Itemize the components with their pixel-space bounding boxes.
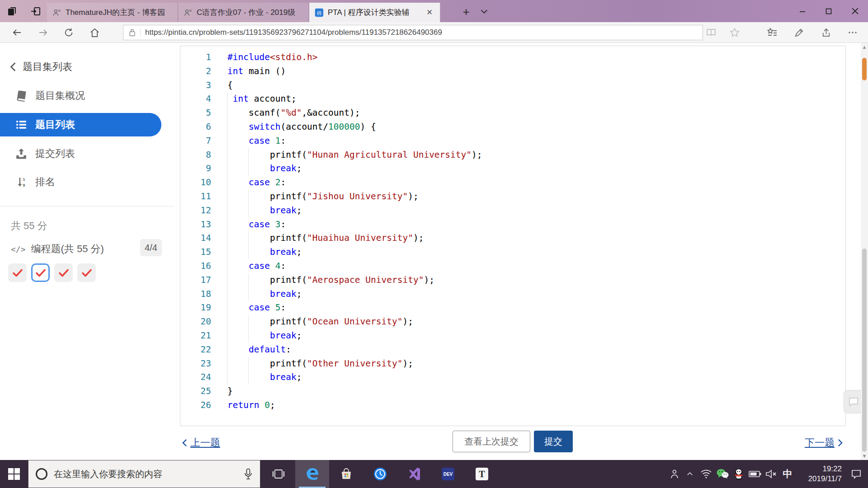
taskbar-dev-cpp-icon[interactable]: DEV — [431, 460, 465, 488]
line-number: 1 — [180, 51, 211, 65]
https-lock-icon — [129, 28, 136, 37]
line-content: case 1: — [211, 134, 286, 148]
qq-icon[interactable] — [731, 460, 747, 488]
code-line-14: 14 printf("Huaihua University"); — [180, 231, 845, 245]
start-button[interactable] — [0, 460, 28, 488]
line-number: 12 — [180, 204, 211, 218]
home-icon[interactable] — [87, 26, 102, 39]
hidden-icons-chevron-icon[interactable] — [682, 460, 698, 488]
taskbar-t-app-icon[interactable]: T — [465, 460, 499, 488]
sidebar-item-1[interactable]: 题目集概况 — [0, 84, 174, 108]
line-number: 7 — [180, 134, 211, 148]
address-bar[interactable]: https://pintia.cn/problem-sets/119135692… — [123, 25, 703, 40]
line-number: 9 — [180, 162, 211, 176]
taskbar-blue-circle-app-icon[interactable] — [363, 460, 397, 488]
line-content: case 3: — [211, 218, 286, 232]
forward-icon[interactable] — [35, 26, 51, 39]
pta-logo-icon: ⟨/⟩ — [315, 8, 324, 17]
line-number: 25 — [180, 385, 211, 399]
sidebar: 题目集列表 题目集概况题目列表提交列表19排名 共 55 分 </> 编程题(共… — [0, 43, 174, 460]
wifi-icon[interactable] — [698, 460, 714, 488]
taskbar-visual-studio-icon[interactable] — [397, 460, 431, 488]
line-content: break; — [211, 245, 302, 259]
maximize-button[interactable] — [816, 0, 842, 22]
code-line-1: 1#include<stdio.h> — [180, 51, 845, 65]
share-icon[interactable] — [817, 26, 835, 39]
code-editor[interactable]: 1#include<stdio.h>2int main ()3{4 int ac… — [180, 46, 846, 426]
scrollbar-thumb[interactable] — [862, 249, 867, 452]
line-number: 22 — [180, 343, 211, 357]
line-number: 4 — [180, 92, 211, 106]
browser-tab-3[interactable]: ⟨/⟩PTA | 程序设计类实验辅✕ — [309, 3, 440, 22]
ime-language-indicator[interactable]: 中 — [779, 460, 796, 488]
line-content: break; — [211, 371, 302, 385]
new-tab-button[interactable]: + — [458, 4, 475, 21]
line-content: case 4: — [211, 259, 286, 273]
volume-muted-icon[interactable] — [763, 460, 779, 488]
line-content: break; — [211, 287, 302, 301]
taskbar-edge-icon[interactable] — [295, 460, 329, 488]
line-number: 13 — [180, 218, 211, 232]
page-scrollbar[interactable]: ▲ ▼ — [861, 43, 868, 460]
browser-tab-1[interactable]: ThematureJH的主页 - 博客园 — [47, 3, 178, 22]
task-view-button[interactable] — [261, 460, 295, 488]
problem-tile-3[interactable] — [54, 263, 73, 282]
refresh-icon[interactable] — [61, 26, 76, 39]
code-line-16: 16 case 4: — [180, 259, 845, 273]
code-line-4: 4 int account; — [180, 92, 845, 106]
view-last-submission-button[interactable]: 查看上次提交 — [453, 431, 530, 452]
person-doc-icon — [184, 8, 193, 17]
browser-nav-bar: https://pintia.cn/problem-sets/119135692… — [0, 22, 868, 43]
sidebar-item-3[interactable]: 提交列表 — [0, 142, 174, 165]
tab-close-icon[interactable]: ✕ — [424, 8, 435, 17]
scroll-down-arrow-icon[interactable]: ▼ — [861, 453, 868, 459]
taskbar-apps: DEV T — [261, 460, 499, 488]
svg-text:⟨/⟩: ⟨/⟩ — [317, 10, 321, 15]
battery-icon[interactable] — [747, 460, 763, 488]
tab-preview-chevron-icon[interactable] — [479, 6, 489, 16]
sidebar-item-4[interactable]: 19排名 — [0, 170, 174, 194]
problem-tile-4[interactable] — [77, 263, 96, 282]
line-number: 6 — [180, 120, 211, 134]
line-number: 3 — [180, 79, 211, 93]
next-problem-link[interactable]: 下一题 — [805, 436, 843, 450]
search-input[interactable] — [54, 469, 244, 479]
people-icon[interactable] — [665, 460, 682, 488]
back-icon[interactable] — [9, 26, 25, 39]
minimize-button[interactable] — [789, 0, 816, 22]
date-text: 2019/11/7 — [796, 474, 842, 484]
scroll-up-arrow-icon[interactable]: ▲ — [861, 44, 868, 50]
line-content: int account; — [211, 92, 297, 106]
close-button[interactable] — [842, 0, 868, 22]
prev-problem-link[interactable]: 上一题 — [182, 436, 220, 450]
ink-pen-icon[interactable] — [790, 26, 808, 39]
more-options-icon[interactable] — [844, 26, 862, 39]
reading-view-icon[interactable] — [702, 26, 720, 39]
problem-tile-1[interactable] — [8, 263, 27, 282]
browser-tab-2[interactable]: C语言作业07 - 作业 - 2019级 — [178, 3, 309, 22]
back-label: 题目集列表 — [23, 60, 72, 74]
microphone-icon[interactable] — [244, 468, 253, 480]
taskbar-clock[interactable]: 19:22 2019/11/7 — [796, 464, 844, 484]
problem-footer: 上一题 查看上次提交 提交 下一题 — [180, 426, 846, 460]
favorite-star-icon[interactable] — [726, 26, 744, 39]
code-line-22: 22 default: — [180, 343, 845, 357]
sort-19-icon: 19 — [14, 176, 28, 188]
wechat-icon[interactable] — [714, 460, 731, 488]
tabs-set-aside-icon[interactable] — [5, 5, 19, 18]
sidebar-back-problem-sets[interactable]: 题目集列表 — [0, 55, 174, 79]
programming-section-row[interactable]: </> 编程题(共 55 分) — [11, 242, 104, 256]
svg-text:DEV: DEV — [443, 472, 453, 477]
line-content: printf("Other University"); — [211, 357, 413, 371]
problem-tile-2-selected[interactable] — [31, 263, 50, 282]
sidebar-item-2[interactable]: 题目列表 — [0, 113, 161, 136]
line-content: default: — [211, 343, 291, 357]
line-content: printf("Ocean University"); — [211, 315, 413, 329]
action-center-icon[interactable] — [844, 460, 868, 488]
taskbar-store-icon[interactable] — [329, 460, 363, 488]
hub-favorites-icon[interactable] — [763, 26, 781, 39]
taskbar-search-box[interactable] — [28, 460, 260, 488]
line-content: case 5: — [211, 301, 286, 315]
restore-tabs-icon[interactable] — [29, 5, 42, 18]
submit-button[interactable]: 提交 — [534, 431, 573, 452]
